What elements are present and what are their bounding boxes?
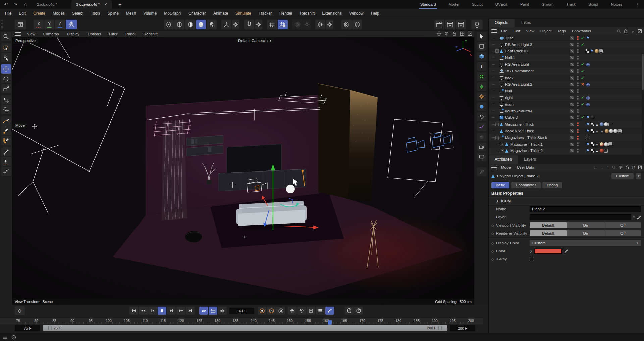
- layer-input[interactable]: [530, 214, 631, 220]
- menu-file[interactable]: File: [1, 9, 15, 18]
- tab-layers[interactable]: Layers: [518, 155, 542, 164]
- layer-chip[interactable]: [570, 56, 574, 59]
- enabled-state[interactable]: ✓: [580, 95, 586, 100]
- redo-icon[interactable]: ↷: [12, 1, 19, 8]
- layer-chip[interactable]: [570, 49, 574, 53]
- object-row[interactable]: +Coat Rack 01⚑: [489, 48, 644, 55]
- visibility-dot-gray[interactable]: [577, 149, 579, 150]
- tag-sphere-black-icon[interactable]: [591, 115, 595, 119]
- viewport-scene[interactable]: [12, 37, 474, 305]
- layer-chip[interactable]: [570, 123, 574, 126]
- record-pla-button[interactable]: [325, 307, 334, 315]
- object-row[interactable]: центр комнаты: [489, 108, 644, 114]
- tag-flag-icon[interactable]: ⚑: [590, 49, 594, 53]
- global-coordinates-button[interactable]: [66, 20, 77, 29]
- record-rotation-button[interactable]: [297, 307, 306, 315]
- axis-edit-button[interactable]: [221, 20, 231, 29]
- attr-lock-icon[interactable]: [625, 165, 629, 169]
- next-frame-button[interactable]: [167, 307, 176, 315]
- tag-checker-icon[interactable]: [586, 49, 589, 53]
- menu-volume[interactable]: Volume: [140, 9, 160, 18]
- vp-menu-options[interactable]: Options: [84, 31, 105, 37]
- tab-attributes[interactable]: Attributes: [489, 155, 518, 164]
- status-menu-icon[interactable]: [3, 335, 7, 339]
- object-name[interactable]: Null: [505, 89, 512, 93]
- menu-edit[interactable]: Edit: [15, 9, 30, 18]
- layer-chip[interactable]: [570, 149, 574, 152]
- goto-start-button[interactable]: [129, 307, 138, 315]
- y-axis-lock-button[interactable]: Y: [44, 20, 54, 29]
- visibility-dot-gray[interactable]: [577, 109, 579, 111]
- renderer-visibility-default[interactable]: Default: [530, 230, 567, 236]
- tag-sphere-white-icon[interactable]: [613, 129, 618, 133]
- tag-sphere-red-icon[interactable]: [600, 149, 604, 153]
- visibility-dot-gray[interactable]: [577, 51, 579, 53]
- object-name[interactable]: RS Area Light: [505, 62, 529, 66]
- visibility-dot-red[interactable]: [577, 125, 579, 126]
- new-tab-button[interactable]: +: [117, 1, 123, 7]
- white-sphere[interactable]: [286, 185, 295, 193]
- name-input[interactable]: Plane.2: [530, 206, 641, 212]
- sound-button[interactable]: [218, 307, 227, 315]
- attr-search-icon[interactable]: [612, 165, 616, 169]
- tag-note-icon[interactable]: [604, 149, 608, 153]
- document-tab[interactable]: 2xobx.c4d *: [32, 0, 62, 9]
- expander-toggle[interactable]: +: [501, 149, 504, 152]
- transform-tool-button[interactable]: [1, 95, 11, 104]
- layer-chip[interactable]: [570, 43, 574, 46]
- right-light-wireframe[interactable]: [388, 119, 443, 198]
- coordinate-system-button[interactable]: [15, 20, 26, 29]
- chip-phong[interactable]: Phong: [542, 182, 562, 188]
- workspace-tab-script[interactable]: Script: [588, 0, 598, 9]
- tag-sphere-img-icon[interactable]: [600, 142, 604, 146]
- reset-transform-icon[interactable]: [477, 112, 486, 121]
- tag-sphere-tan-icon[interactable]: [595, 49, 599, 53]
- symmetry-button[interactable]: [315, 20, 325, 29]
- layer-chip[interactable]: [570, 109, 574, 113]
- object-row[interactable]: +Magazine - Thick⚑▲: [489, 121, 644, 128]
- area-light-wireframe-left[interactable]: [12, 37, 125, 213]
- workspace-tab-groom[interactable]: Groom: [542, 0, 553, 9]
- visibility-dot-gray[interactable]: [577, 78, 579, 80]
- layer-chip[interactable]: [570, 76, 574, 80]
- rotate-tool-button[interactable]: [1, 74, 11, 83]
- record-scale-button[interactable]: [307, 307, 315, 315]
- attr-popout-icon[interactable]: [638, 165, 642, 169]
- visibility-dot-gray[interactable]: [577, 65, 579, 66]
- layer-chip[interactable]: [570, 143, 574, 146]
- object-row[interactable]: RS Area Light✓◎: [489, 61, 644, 68]
- range-slider[interactable]: 75 F 200 F: [43, 325, 447, 331]
- attr-menu-mode[interactable]: Mode: [498, 165, 514, 169]
- snap-enabled-button[interactable]: [278, 20, 288, 29]
- sketch-spline-button[interactable]: [1, 126, 11, 135]
- menu-tools[interactable]: Tools: [87, 9, 104, 18]
- expander-toggle[interactable]: +: [501, 143, 504, 146]
- layer-chip[interactable]: [570, 83, 574, 86]
- workspace-tab-paint[interactable]: Paint: [520, 0, 529, 9]
- visibility-dot-red[interactable]: [577, 122, 579, 124]
- xray-checkbox[interactable]: [530, 257, 534, 261]
- menu-character[interactable]: Character: [184, 9, 210, 18]
- vp-menu-view[interactable]: View: [23, 31, 39, 37]
- renderer-visibility-on[interactable]: On: [567, 230, 604, 236]
- color-expand-caret-icon[interactable]: ❯: [530, 249, 532, 253]
- object-name[interactable]: Coat Rack 01: [505, 49, 528, 53]
- color-swatch[interactable]: [534, 249, 562, 254]
- tag-flag-icon[interactable]: ⚑: [586, 36, 590, 40]
- object-name[interactable]: Magazine - Thick.1: [510, 142, 543, 146]
- points-mode-button[interactable]: [164, 20, 174, 29]
- object-name[interactable]: RS Area Light.3: [505, 43, 532, 47]
- object-name[interactable]: main: [505, 102, 514, 106]
- tag-checker-icon[interactable]: [591, 142, 594, 146]
- workspace-tab-standard[interactable]: Standard: [420, 0, 436, 9]
- enabled-state[interactable]: ✓: [580, 62, 586, 67]
- close-tab-icon[interactable]: ✕: [104, 2, 107, 6]
- keyframe-settings-button[interactable]: [276, 307, 285, 315]
- tab-objects[interactable]: Objects: [489, 19, 515, 27]
- polygon-pen-button[interactable]: [1, 136, 11, 145]
- auto-mode-button[interactable]: A: [352, 20, 362, 29]
- tag-triangle-icon[interactable]: ▲: [595, 142, 599, 146]
- document-tab-active[interactable]: 3 сцена.c4d * ✕: [71, 0, 112, 9]
- workspace-tab-uvedit[interactable]: UVEdit: [495, 0, 507, 9]
- record-keyframe-button[interactable]: [258, 307, 266, 315]
